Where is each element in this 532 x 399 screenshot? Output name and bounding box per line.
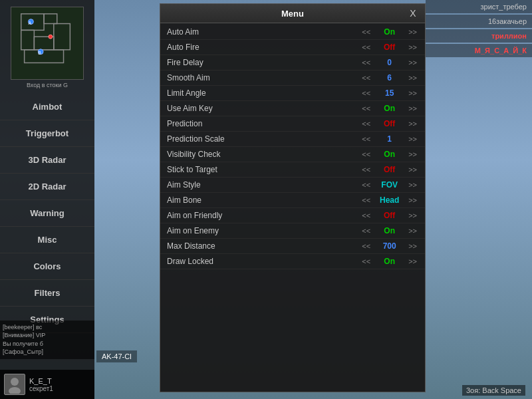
arrow-right-btn[interactable]: >> [407, 212, 418, 219]
svg-text:B: B [38, 51, 41, 55]
row-label: Smooth Aim [167, 73, 360, 82]
menu-content: Auto Aim << On >> Auto Fire << Off >> Fi… [160, 23, 425, 392]
arrow-left-btn[interactable]: << [360, 243, 372, 250]
row-label: Prediction [167, 119, 360, 128]
svg-point-12 [11, 378, 19, 386]
row-controls: << Off >> [360, 211, 418, 220]
arrow-left-btn[interactable]: << [360, 44, 372, 51]
sidebar-item-radar3d[interactable]: 3D Radar [0, 147, 94, 174]
row-label: Aim Bone [167, 196, 360, 205]
player-name: K_E_T [29, 377, 53, 385]
row-label: Visibility Check [167, 150, 360, 159]
menu-row: Max Distance << 700 >> [160, 239, 425, 254]
location-label: Вход в стоки G [0, 80, 94, 90]
menu-row: Stick to Target << Off >> [160, 162, 425, 178]
arrow-right-btn[interactable]: >> [407, 90, 418, 97]
row-value: 700 [374, 241, 404, 251]
menu-row: Prediction << Off >> [160, 116, 425, 132]
arrow-right-btn[interactable]: >> [407, 59, 418, 66]
row-value: On [374, 27, 404, 37]
sidebar-item-misc[interactable]: Misc [0, 227, 94, 253]
row-label: Draw Locked [167, 257, 360, 266]
player-list-item: зрист_требер [426, 0, 532, 13]
arrow-left-btn[interactable]: << [360, 59, 372, 66]
row-controls: << 1 >> [360, 134, 418, 144]
menu-row: Aim Bone << Head >> [160, 193, 425, 208]
row-value: Off [374, 119, 404, 128]
menu-row: Auto Aim << On >> [160, 25, 425, 40]
menu-row: Limit Angle << 15 >> [160, 86, 425, 101]
arrow-right-btn[interactable]: >> [407, 258, 418, 265]
menu-row: Use Aim Key << On >> [160, 101, 425, 116]
row-controls: << 0 >> [360, 58, 418, 67]
arrow-right-btn[interactable]: >> [407, 166, 418, 174]
arrow-left-btn[interactable]: << [360, 227, 372, 235]
arrow-right-btn[interactable]: >> [407, 182, 418, 189]
nav-items: Aimbot Triggerbot 3D Radar 2D Radar Warn… [0, 94, 94, 333]
row-controls: << 6 >> [360, 73, 418, 82]
sidebar-item-radar2d[interactable]: 2D Radar [0, 174, 94, 200]
row-label: Fire Delay [167, 58, 360, 67]
row-label: Limit Angle [167, 88, 360, 98]
menu-row: Draw Locked << On >> [160, 254, 425, 269]
arrow-left-btn[interactable]: << [360, 212, 372, 219]
arrow-right-btn[interactable]: >> [407, 227, 418, 235]
chat-line-4: [Сафоа_Сытр] [3, 348, 92, 356]
arrow-left-btn[interactable]: << [360, 182, 372, 189]
arrow-right-btn[interactable]: >> [407, 243, 418, 250]
sidebar-item-filters[interactable]: Filters [0, 280, 94, 307]
arrow-left-btn[interactable]: << [360, 90, 372, 97]
arrow-right-btn[interactable]: >> [407, 29, 418, 36]
arrow-right-btn[interactable]: >> [407, 136, 418, 143]
player-info: K_E_T секрет1 [0, 370, 94, 399]
svg-text:A: A [29, 21, 32, 25]
arrow-left-btn[interactable]: << [360, 136, 372, 143]
row-value: 1 [374, 134, 404, 144]
arrow-left-btn[interactable]: << [360, 151, 372, 158]
sidebar-item-warning[interactable]: Warning [0, 200, 94, 227]
arrow-right-btn[interactable]: >> [407, 74, 418, 82]
arrow-left-btn[interactable]: << [360, 258, 372, 265]
close-button[interactable]: X [408, 8, 418, 19]
arrow-left-btn[interactable]: << [360, 105, 372, 112]
arrow-right-btn[interactable]: >> [407, 197, 418, 204]
arrow-left-btn[interactable]: << [360, 29, 372, 36]
row-value: Off [374, 43, 404, 52]
minimap: A B [11, 7, 84, 80]
row-value: FOV [374, 180, 404, 190]
arrow-left-btn[interactable]: << [360, 166, 372, 174]
player-tag: секрет1 [29, 385, 53, 392]
row-controls: << Off >> [360, 43, 418, 52]
menu-row: Aim Style << FOV >> [160, 178, 425, 193]
row-label: Prediction Scale [167, 134, 360, 144]
row-value: Off [374, 165, 404, 174]
row-controls: << On >> [360, 27, 418, 37]
arrow-right-btn[interactable]: >> [407, 44, 418, 51]
bottom-hint: 3оя: Back Space [462, 385, 525, 396]
sidebar-item-aimbot[interactable]: Aimbot [0, 94, 94, 120]
sidebar-item-colors[interactable]: Colors [0, 253, 94, 280]
arrow-left-btn[interactable]: << [360, 74, 372, 82]
row-value: 0 [374, 58, 404, 67]
player-list-item-enemy: М_Я_С_А_Й_К [426, 44, 532, 57]
arrow-right-btn[interactable]: >> [407, 151, 418, 158]
svg-point-13 [9, 387, 21, 394]
menu-row: Aim on Friendly << Off >> [160, 208, 425, 223]
arrow-left-btn[interactable]: << [360, 120, 372, 128]
player-list-item: 16закачьер [426, 15, 532, 28]
row-value: On [374, 226, 404, 235]
chat-line-3: Вы получите б [3, 340, 92, 348]
arrow-right-btn[interactable]: >> [407, 105, 418, 112]
row-controls: << 700 >> [360, 241, 418, 251]
row-controls: << Off >> [360, 165, 418, 174]
row-controls: << FOV >> [360, 180, 418, 190]
menu-row: Auto Fire << Off >> [160, 40, 425, 55]
arrow-right-btn[interactable]: >> [407, 120, 418, 128]
weapon-info: AK-47-Cl [96, 350, 137, 362]
right-panel: зрист_требер 16закачьер триллион М_Я_С_А… [426, 0, 532, 133]
row-value: Head [374, 196, 404, 205]
menu-row: Visibility Check << On >> [160, 147, 425, 162]
player-details: K_E_T секрет1 [29, 377, 53, 392]
sidebar-item-triggerbot[interactable]: Triggerbot [0, 120, 94, 147]
arrow-left-btn[interactable]: << [360, 197, 372, 204]
